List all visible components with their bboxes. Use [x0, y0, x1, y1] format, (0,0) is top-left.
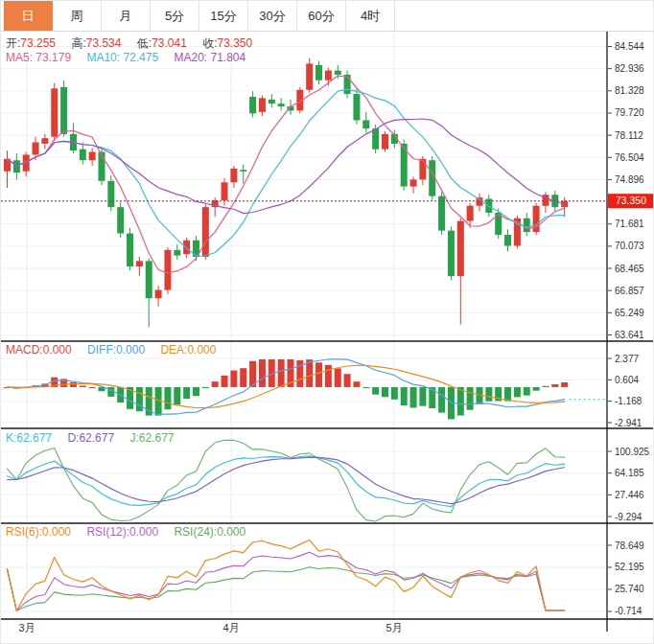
legend-close: 收:73.350 [202, 36, 252, 50]
svg-text:78.649: 78.649 [615, 540, 644, 551]
legend-ma20: MA20: 71.804 [174, 51, 245, 64]
ohlc-legend: 开:73.255 高:73.534 低:73.041 收:73.350 [6, 35, 265, 52]
svg-text:74.896: 74.896 [615, 174, 644, 185]
svg-text:68.465: 68.465 [615, 264, 644, 274]
legend-diff: DIFF:0.000 [87, 343, 145, 356]
svg-text:3月: 3月 [18, 622, 35, 633]
legend-rsi12: RSI(12):0.000 [86, 525, 158, 539]
svg-text:71.681: 71.681 [615, 218, 644, 229]
macd-legend: MACD:0.000 DIFF:0.000 DEA:0.000 [6, 343, 228, 356]
svg-text:-2.941: -2.941 [615, 418, 642, 428]
kdj-legend: K:62.677 D:62.677 J:62.677 [6, 431, 186, 445]
svg-text:0.604: 0.604 [615, 375, 639, 385]
legend-open: 开:73.255 [6, 36, 56, 50]
legend-ma10: MA10: 72.475 [86, 51, 158, 64]
kdj-pane [8, 440, 565, 521]
svg-text:79.720: 79.720 [615, 107, 644, 118]
macd-pane [4, 359, 607, 419]
svg-text:2.377: 2.377 [615, 354, 639, 364]
svg-text:84.544: 84.544 [615, 41, 644, 52]
legend-j: J:62.677 [129, 431, 174, 445]
svg-text:78.112: 78.112 [615, 130, 643, 141]
svg-text:66.857: 66.857 [615, 286, 644, 296]
legend-d: D:62.677 [67, 431, 114, 445]
svg-text:100.925: 100.925 [615, 447, 650, 457]
svg-text:73.350: 73.350 [616, 195, 646, 206]
legend-dea: DEA:0.000 [160, 343, 216, 356]
svg-text:76.504: 76.504 [615, 152, 644, 163]
candles [4, 58, 568, 328]
svg-text:-9.294: -9.294 [615, 512, 642, 522]
svg-text:-1.168: -1.168 [615, 396, 642, 406]
legend-rsi24: RSI(24):0.000 [174, 525, 245, 539]
svg-text:64.185: 64.185 [615, 468, 644, 478]
chart-canvas[interactable]: 84.54482.93681.32879.72078.11276.50474.8… [1, 1, 654, 644]
ma-legend: MA5: 73.179 MA10: 72.475 MA20: 71.804 [6, 51, 258, 64]
frame-axes: 84.54482.93681.32879.72078.11276.50474.8… [1, 32, 654, 633]
svg-text:25.740: 25.740 [615, 584, 644, 594]
svg-text:52.195: 52.195 [615, 562, 644, 572]
svg-text:81.328: 81.328 [615, 85, 644, 96]
svg-text:70.073: 70.073 [615, 241, 644, 251]
rsi-legend: RSI(6):0.000 RSI(12):0.000 RSI(24):0.000 [6, 525, 258, 539]
svg-text:82.936: 82.936 [615, 63, 644, 74]
legend-high: 高:73.534 [71, 36, 121, 50]
rsi-pane [8, 540, 565, 610]
legend-rsi6: RSI(6):0.000 [6, 525, 71, 539]
legend-ma5: MA5: 73.179 [6, 51, 71, 64]
svg-text:-0.714: -0.714 [615, 606, 642, 616]
last-price-flag: 73.350 [608, 194, 654, 208]
legend-macd: MACD:0.000 [6, 343, 72, 356]
legend-k: K:62.677 [6, 431, 52, 445]
kline-chart-app: 日周月5分15分30分60分4时 84.54482.93681.32879.72… [0, 0, 654, 644]
svg-text:65.249: 65.249 [615, 308, 644, 318]
svg-text:27.446: 27.446 [615, 490, 644, 500]
legend-low: 低:73.041 [137, 36, 187, 50]
svg-text:4月: 4月 [222, 622, 239, 633]
svg-text:63.641: 63.641 [615, 330, 644, 340]
svg-text:5月: 5月 [385, 622, 402, 633]
